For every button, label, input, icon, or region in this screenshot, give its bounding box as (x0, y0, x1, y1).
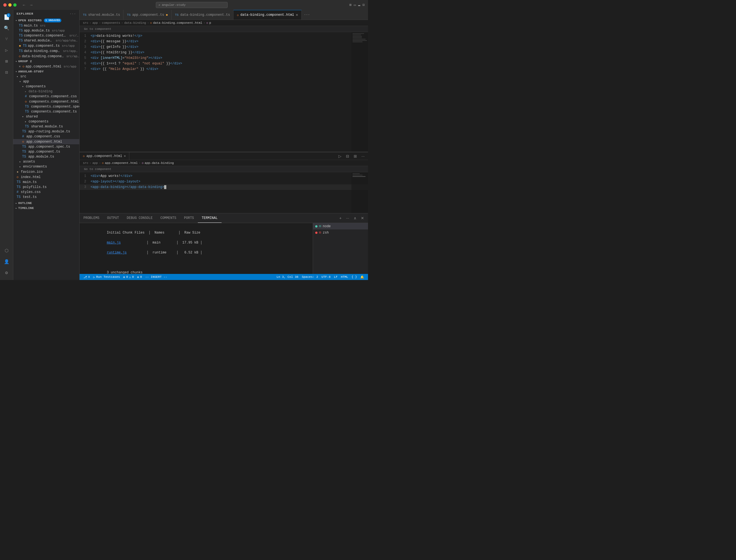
terminal-tab[interactable]: TERMINAL (198, 213, 222, 223)
run-debug-activity-icon[interactable]: ▷ (2, 45, 12, 55)
status-position[interactable]: Ln 3, Col 38 (275, 274, 300, 280)
group2-app-component-html[interactable]: ✕ ◇ app.component.html src/app (13, 64, 79, 69)
status-info[interactable]: ⊗ 0 (136, 274, 144, 280)
open-editor-data-binding-html[interactable]: ◇ data-binding.component.html src/ap... (13, 54, 79, 59)
search-box[interactable]: ⌕ angular-study (156, 2, 228, 8)
panel-collapse-button[interactable]: ∧ (352, 215, 358, 221)
nav-forward-button[interactable]: → (28, 2, 34, 8)
terminal-node[interactable]: ⊡ node (313, 223, 368, 229)
tab-app-component-ts[interactable]: TS app.component.ts ● (124, 10, 172, 20)
panel-close-button[interactable]: ✕ (359, 215, 366, 221)
bottom-code-editor[interactable]: 1 <div>App works!</div> 2 <app-layout></… (80, 172, 368, 213)
graph-activity-icon[interactable]: ⬡ (2, 246, 12, 256)
nav-back-button[interactable]: ← (21, 2, 27, 8)
account-activity-icon[interactable]: 👤 (2, 257, 12, 267)
tree-app-component-css[interactable]: #app.component.css (13, 134, 79, 139)
maximize-button[interactable] (13, 3, 17, 7)
open-editor-data-binding-ts[interactable]: TS data-binding.component.ts src/app/c..… (13, 49, 79, 54)
tree-favicon[interactable]: ★favicon.ico (13, 169, 79, 174)
settings-activity-icon[interactable]: ⚙ (2, 268, 12, 278)
tab-close-button[interactable]: ✕ (296, 13, 298, 17)
close-button[interactable] (3, 3, 7, 7)
new-terminal-button[interactable]: + (338, 215, 343, 221)
debug-console-tab[interactable]: DEBUG CONSOLE (123, 213, 157, 223)
layout-icon[interactable]: ⊞ (350, 3, 352, 7)
tree-app-component-spec-ts[interactable]: TSapp.component.spec.ts (13, 144, 79, 149)
tree-styles-css[interactable]: #styles.css (13, 190, 79, 195)
search-activity-icon[interactable]: 🔍 (2, 23, 12, 33)
tree-shared-components[interactable]: ▸components (13, 119, 79, 124)
open-editor-main-ts[interactable]: TS main.ts src (13, 23, 79, 28)
tree-shared-module-ts[interactable]: TSshared.module.ts (13, 124, 79, 129)
remote-explorer-activity-icon[interactable]: ⊡ (2, 67, 12, 77)
minimap-bottom (352, 172, 368, 213)
open-editor-app-module-ts[interactable]: TS app.module.ts src/app (13, 28, 79, 33)
unsaved-badge: 1 unsaved (44, 19, 61, 22)
tree-app[interactable]: ▾app (13, 79, 79, 84)
top-code-editor[interactable]: 1 <p>data-binding works!</p> 2 <div>{{ m… (80, 32, 368, 152)
tree-shared[interactable]: ▾shared (13, 114, 79, 119)
tab-shared-module-ts[interactable]: TS shared.module.ts (80, 10, 124, 20)
comments-tab[interactable]: COMMENTS (156, 213, 180, 223)
tree-assets[interactable]: ▸assets (13, 159, 79, 164)
go-to-component-top[interactable]: Go to component (80, 26, 368, 32)
tree-components-spec-ts[interactable]: TScomponents.component.spec.ts (13, 104, 79, 109)
source-control-activity-icon[interactable]: ⑂ (2, 34, 12, 44)
open-editor-shared-module-ts[interactable]: TS shared.module.ts src/app/shared (13, 38, 79, 43)
status-formatter[interactable]: { } (350, 274, 359, 280)
split-down-button[interactable]: ⊞ (353, 153, 358, 159)
ports-tab[interactable]: PORTS (180, 213, 198, 223)
output-tab[interactable]: OUTPUT (103, 213, 123, 223)
tab-data-binding-ts[interactable]: TS data-binding.component.ts (172, 10, 234, 20)
tab-data-binding-html[interactable]: ◇ data-binding.component.html ✕ (234, 10, 302, 20)
group2-section[interactable]: ▾ GROUP 2 (13, 59, 79, 64)
run-button[interactable]: ▷ (337, 153, 343, 159)
tree-polyfills-ts[interactable]: TSpolyfills.ts (13, 185, 79, 190)
status-notifications[interactable]: 🔔 (359, 274, 366, 280)
go-to-component-bottom[interactable]: Go to component (80, 166, 368, 172)
panel-icon[interactable]: ▬ (358, 3, 360, 7)
tree-test-ts[interactable]: TStest.ts (13, 195, 79, 200)
tree-index-html[interactable]: ◇index.html (13, 174, 79, 180)
tree-app-routing[interactable]: TSapp-routing.module.ts (13, 129, 79, 134)
layout-options-icon[interactable]: ⊡ (363, 3, 365, 7)
status-eol[interactable]: LF (333, 274, 339, 280)
more-actions-button[interactable]: ··· (360, 153, 366, 159)
tree-components[interactable]: ▾components (13, 84, 79, 89)
panel-more-button[interactable]: ··· (344, 215, 351, 221)
explorer-activity-icon[interactable]: 📄 1 (2, 12, 12, 22)
status-run-testcases[interactable]: ▷ Run Testcases (92, 274, 122, 280)
tree-app-component-html[interactable]: ◇app.component.html (13, 139, 79, 144)
tree-components-html[interactable]: ◇components.component.html (13, 99, 79, 104)
tree-components-css[interactable]: #components.component.css (13, 94, 79, 99)
tree-app-component-ts[interactable]: TSapp.component.ts (13, 149, 79, 154)
terminal-content[interactable]: Initial Chunk Files │ Names │ Raw Size m… (80, 223, 313, 274)
status-language[interactable]: HTML (339, 274, 350, 280)
minimize-button[interactable] (8, 3, 12, 7)
split-editor-button[interactable]: ⊟ (345, 153, 350, 159)
status-branch[interactable]: ⎇ X (82, 274, 92, 280)
bottom-tab-close[interactable]: ✕ (124, 154, 126, 158)
timeline-section[interactable]: ▸ TIMELINE (13, 206, 79, 211)
status-encoding[interactable]: UTF-8 (320, 274, 333, 280)
extensions-activity-icon[interactable]: ⊞ (2, 56, 12, 66)
open-editor-app-component-ts[interactable]: ● TS app.component.ts src/app (13, 43, 79, 49)
tree-main-ts[interactable]: TSmain.ts (13, 180, 79, 185)
outline-section[interactable]: ▸ OUTLINE (13, 201, 79, 206)
angular-study-section[interactable]: ▾ ANGULAR-STUDY (13, 69, 79, 74)
open-editor-spec-ts[interactable]: TS components.component.spec.ts src/... (13, 33, 79, 38)
tree-components-ts[interactable]: TScomponents.component.ts (13, 109, 79, 114)
tree-environments[interactable]: ▸environments (13, 164, 79, 169)
status-spaces[interactable]: Spaces: 2 (300, 274, 320, 280)
tree-data-binding-folder[interactable]: ▸data-binding (13, 89, 79, 94)
ts-icon: TS (22, 155, 26, 159)
terminal-zsh[interactable]: ⊡ zsh (313, 229, 368, 236)
tree-src[interactable]: ▾src (13, 74, 79, 79)
sidebar-icon[interactable]: ▭ (354, 3, 356, 7)
tree-app-module-ts[interactable]: TSapp.module.ts (13, 154, 79, 159)
status-errors[interactable]: ⊗ 0 ⚠ 0 (122, 274, 135, 280)
open-editors-section[interactable]: ▾ OPEN EDITORS 1 unsaved (13, 18, 79, 23)
tab-more-button[interactable]: ··· (302, 10, 312, 20)
sidebar-more-icon[interactable]: ··· (70, 12, 76, 15)
problems-tab[interactable]: PROBLEMS (80, 213, 103, 223)
